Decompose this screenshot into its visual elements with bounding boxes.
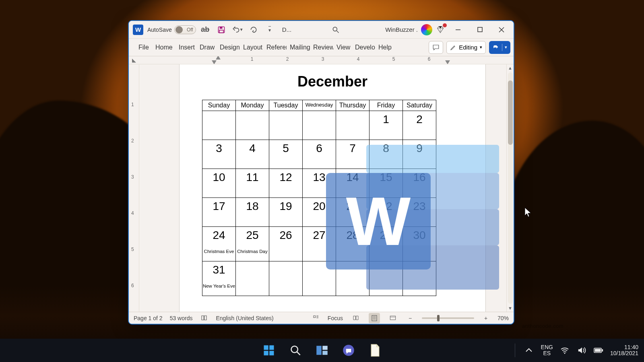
undo-button[interactable]: ▼ (231, 23, 244, 37)
calendar-cell[interactable]: 22 (369, 198, 403, 227)
tab-help[interactable]: Help (376, 41, 394, 53)
document-scroll[interactable]: December Sunday Monday Tuesday Wednesday… (139, 64, 514, 312)
tab-mailings[interactable]: Mailing (287, 41, 310, 53)
read-mode-button[interactable] (350, 313, 361, 323)
tab-design[interactable]: Design (217, 41, 240, 53)
calendar-cell[interactable]: 15 (369, 169, 403, 198)
file-explorer-button[interactable] (367, 342, 384, 359)
calendar-cell[interactable]: 3 (202, 140, 236, 169)
scroll-thumb[interactable] (508, 80, 513, 145)
calendar-cell[interactable] (303, 261, 336, 296)
calendar-cell[interactable]: 21 (336, 198, 369, 227)
web-layout-button[interactable] (387, 313, 398, 323)
calendar-cell[interactable]: 20 (303, 198, 336, 227)
calendar-cell[interactable]: 10 (202, 169, 236, 198)
tab-review[interactable]: Review (311, 41, 333, 53)
premium-button[interactable] (435, 24, 446, 35)
horizontal-ruler[interactable]: 1 2 3 4 5 6 (139, 56, 514, 64)
teams-chat-button[interactable] (340, 342, 357, 359)
calendar-cell[interactable] (269, 261, 303, 296)
calendar-cell[interactable]: 13 (303, 169, 336, 198)
share-button[interactable]: ▾ (489, 41, 510, 54)
calendar-cell[interactable] (336, 261, 369, 296)
accessibility-button[interactable] (200, 314, 208, 323)
calendar-cell[interactable]: 14 (336, 169, 369, 198)
calendar-cell[interactable]: 23 (403, 198, 436, 227)
word-count[interactable]: 53 words (170, 315, 193, 321)
calendar-cell[interactable]: 27 (303, 227, 336, 261)
strikethrough-qat-button[interactable]: ab (198, 23, 212, 37)
calendar-cell[interactable]: 29 (369, 227, 403, 261)
close-button[interactable] (492, 21, 511, 39)
calendar-cell[interactable]: 8 (369, 140, 403, 169)
search-button[interactable] (329, 23, 343, 37)
calendar-cell[interactable]: 11 (236, 169, 269, 198)
page[interactable]: December Sunday Monday Tuesday Wednesday… (180, 64, 485, 312)
calendar-cell[interactable]: 17 (202, 198, 236, 227)
zoom-slider-handle[interactable] (437, 315, 440, 321)
zoom-slider[interactable] (422, 317, 474, 319)
calendar-cell[interactable] (369, 261, 403, 296)
redo-button[interactable] (247, 23, 260, 37)
calendar-cell[interactable] (236, 261, 269, 296)
qat-customize-button[interactable]: ▾ (263, 23, 277, 37)
zoom-level[interactable]: 70% (497, 315, 509, 321)
calendar-cell[interactable] (236, 111, 269, 140)
calendar-cell[interactable] (303, 111, 336, 140)
document-name[interactable]: D... (282, 26, 291, 33)
autosave-toggle[interactable]: AutoSave Off (147, 25, 196, 34)
calendar-cell[interactable] (269, 111, 303, 140)
minimize-button[interactable] (448, 21, 468, 39)
tab-insert[interactable]: Insert (176, 41, 196, 53)
scroll-up-arrow-icon[interactable]: ▲ (507, 64, 514, 72)
tab-view[interactable]: View (334, 41, 352, 53)
page-count[interactable]: Page 1 of 2 (134, 315, 163, 321)
calendar-cell[interactable] (403, 261, 436, 296)
calendar-cell[interactable]: 5 (269, 140, 303, 169)
account-avatar[interactable] (421, 24, 432, 35)
tab-draw[interactable]: Draw (197, 41, 217, 53)
language-button[interactable]: ENG ES (541, 344, 553, 357)
tab-references[interactable]: Referen (264, 41, 287, 53)
calendar-cell[interactable] (202, 111, 236, 140)
scroll-track[interactable] (508, 72, 513, 304)
calendar-cell[interactable]: 12 (269, 169, 303, 198)
calendar-cell[interactable]: 1 (369, 111, 403, 140)
zoom-out-button[interactable]: − (406, 314, 415, 323)
focus-label[interactable]: Focus (328, 315, 343, 321)
tab-file[interactable]: File (136, 41, 152, 53)
scroll-down-arrow-icon[interactable]: ▼ (507, 304, 514, 312)
vertical-ruler[interactable]: 1 2 3 4 5 6 (129, 64, 139, 312)
calendar-cell[interactable] (336, 111, 369, 140)
tab-home[interactable]: Home (153, 41, 175, 53)
calendar-cell[interactable]: 31New Year's Eve (202, 261, 236, 296)
maximize-button[interactable] (470, 21, 489, 39)
tray-overflow-button[interactable] (523, 342, 535, 359)
calendar-cell[interactable]: 28 (336, 227, 369, 261)
calendar-cell[interactable]: 16 (403, 169, 436, 198)
zoom-in-button[interactable]: + (481, 314, 490, 323)
editing-mode-button[interactable]: Editing ▾ (446, 41, 486, 54)
taskbar-search-button[interactable] (287, 342, 304, 359)
account-name[interactable]: WinBuzzer . (385, 26, 418, 33)
battery-button[interactable] (593, 342, 604, 359)
calendar-cell[interactable]: 19 (269, 198, 303, 227)
hanging-indent-icon[interactable] (212, 60, 217, 64)
calendar-cell[interactable]: 7 (336, 140, 369, 169)
calendar-cell[interactable]: 2 (403, 111, 436, 140)
calendar-cell[interactable]: 25Christmas Day (236, 227, 269, 261)
first-line-indent-icon[interactable] (216, 56, 221, 60)
wifi-button[interactable] (559, 342, 570, 359)
clock-button[interactable]: 11:40 10/18/2021 (610, 344, 638, 357)
save-button[interactable] (215, 23, 228, 37)
calendar-cell[interactable]: 24Christmas Eve (202, 227, 236, 261)
volume-button[interactable] (576, 342, 587, 359)
start-button[interactable] (260, 342, 277, 359)
calendar-cell[interactable]: 18 (236, 198, 269, 227)
calendar-cell[interactable]: 26 (269, 227, 303, 261)
tab-developer[interactable]: Develo (353, 41, 375, 53)
tab-selector[interactable]: ◣ (129, 56, 139, 64)
calendar-cell[interactable]: 6 (303, 140, 336, 169)
calendar-cell[interactable]: 9 (403, 140, 436, 169)
focus-button[interactable] (312, 314, 320, 323)
